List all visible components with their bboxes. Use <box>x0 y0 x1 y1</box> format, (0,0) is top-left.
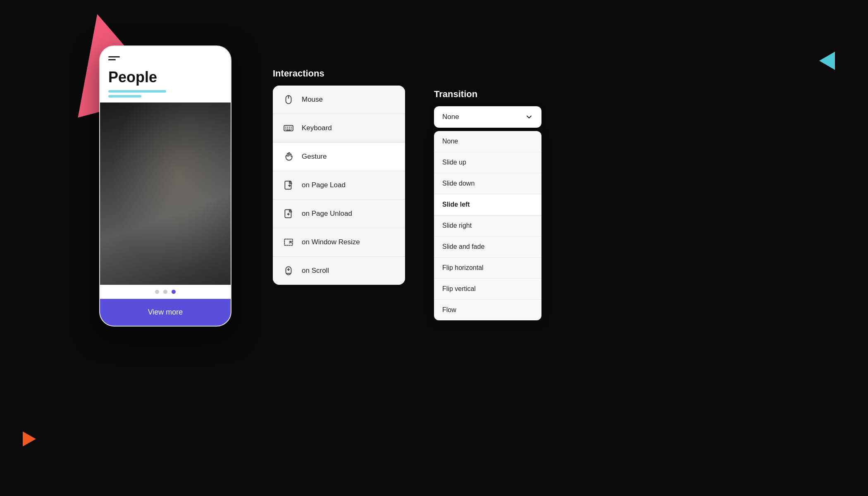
phone-title: People <box>100 65 231 90</box>
decorative-triangle-cyan <box>819 52 835 70</box>
page-load-icon <box>283 179 294 191</box>
interaction-scroll-label: on Scroll <box>302 267 329 275</box>
phone-dot-3 <box>172 290 176 294</box>
phone-dot-2 <box>163 290 167 294</box>
mouse-icon <box>283 94 294 105</box>
transition-option-slide-left[interactable]: Slide left <box>434 194 541 215</box>
transition-option-slide-right[interactable]: Slide right <box>434 215 541 236</box>
interaction-keyboard-label: Keyboard <box>302 124 332 132</box>
phone-view-more-button[interactable]: View more <box>100 299 231 326</box>
interaction-window-resize[interactable]: on Window Resize <box>273 228 405 257</box>
transition-option-flip-vertical[interactable]: Flip vertical <box>434 279 541 300</box>
phone-bar-long <box>108 90 166 93</box>
interaction-window-resize-label: on Window Resize <box>302 238 360 246</box>
interaction-keyboard[interactable]: Keyboard <box>273 114 405 143</box>
phone-bar-short <box>108 95 141 98</box>
transition-panel: Transition None None Slide up Slide down… <box>434 89 541 320</box>
transition-option-slide-fade[interactable]: Slide and fade <box>434 236 541 258</box>
phone-bars <box>100 90 231 103</box>
transition-select-button[interactable]: None <box>434 106 541 128</box>
interaction-gesture[interactable]: Gesture <box>273 143 405 171</box>
interaction-scroll[interactable]: on Scroll <box>273 257 405 285</box>
keyboard-icon <box>283 122 294 134</box>
phone-dots <box>100 285 231 299</box>
page-unload-icon <box>283 208 294 219</box>
transition-option-none[interactable]: None <box>434 131 541 152</box>
interaction-gesture-label: Gesture <box>302 153 327 161</box>
transition-option-slide-down[interactable]: Slide down <box>434 173 541 194</box>
interaction-mouse[interactable]: Mouse <box>273 86 405 114</box>
decorative-triangle-orange <box>23 432 36 446</box>
window-resize-icon <box>283 236 294 248</box>
phone-image <box>100 103 231 285</box>
transition-option-flow[interactable]: Flow <box>434 300 541 320</box>
transition-option-slide-up[interactable]: Slide up <box>434 152 541 173</box>
menu-line-bottom <box>108 59 116 60</box>
interactions-title: Interactions <box>273 68 405 79</box>
transition-option-flip-horizontal[interactable]: Flip horizontal <box>434 258 541 279</box>
interactions-list: Mouse Keyboard <box>273 86 405 285</box>
chevron-down-icon <box>525 113 533 121</box>
interaction-page-load-label: on Page Load <box>302 181 346 189</box>
interaction-page-unload[interactable]: on Page Unload <box>273 200 405 228</box>
transition-dropdown: None Slide up Slide down Slide left Slid… <box>434 131 541 320</box>
menu-line-top <box>108 56 120 57</box>
scroll-icon <box>283 265 294 277</box>
interaction-page-load[interactable]: on Page Load <box>273 171 405 200</box>
transition-current-value: None <box>442 113 459 121</box>
interaction-page-unload-label: on Page Unload <box>302 210 352 218</box>
interactions-panel: Interactions Mouse <box>273 68 405 285</box>
transition-title: Transition <box>434 89 541 100</box>
gesture-icon <box>283 151 294 162</box>
phone-dot-1 <box>155 290 159 294</box>
phone-menu-icon <box>108 56 120 60</box>
phone-mockup: People View more <box>99 45 231 327</box>
phone-image-overlay <box>100 103 231 285</box>
interaction-mouse-label: Mouse <box>302 95 323 104</box>
